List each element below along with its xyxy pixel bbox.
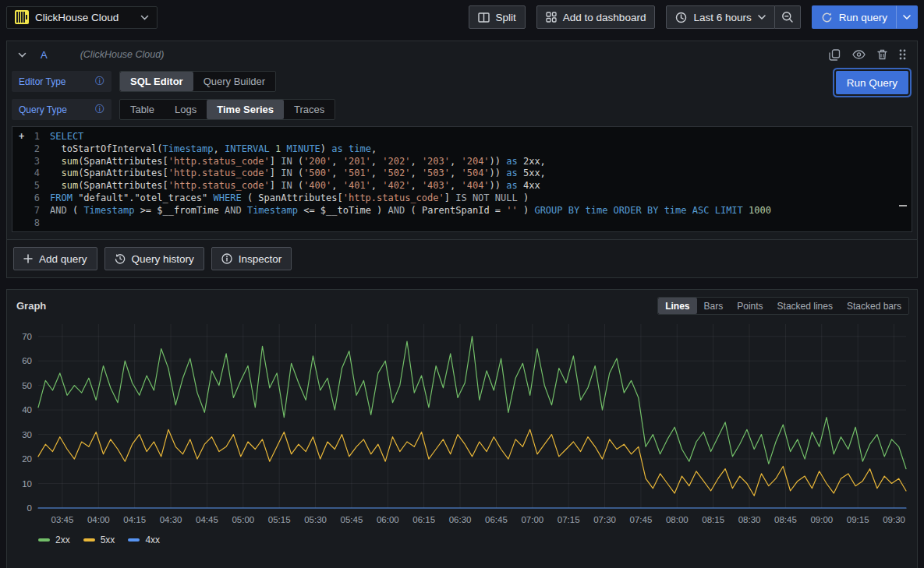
query-type-label: Query Type [19,104,67,115]
line-number: 6 [30,192,50,205]
graph-style-radio-group: LinesBarsPointsStacked linesStacked bars [657,297,909,315]
add-query-label: Add query [39,253,87,265]
svg-text:08:30: 08:30 [738,515,761,524]
query-datasource-hint: (ClickHouse Cloud) [80,49,165,60]
code-line: 7AND ( Timestamp >= $__fromTime AND Time… [12,205,912,217]
add-line-icon[interactable]: + [12,131,30,143]
svg-text:07:15: 07:15 [558,515,580,524]
option-traces[interactable]: Traces [284,100,335,119]
plus-icon [23,254,33,263]
svg-text:08:00: 08:00 [666,515,689,524]
option-logs[interactable]: Logs [165,100,207,119]
line-number: 1 [30,131,50,143]
option-query-builder[interactable]: Query Builder [193,72,275,91]
legend-item-4xx[interactable]: 4xx [128,534,160,545]
svg-text:06:30: 06:30 [449,515,472,524]
code-line: 4 sum(SpanAttributes['http.status_code']… [12,168,912,180]
legend-swatch [38,538,50,542]
svg-text:40: 40 [22,405,32,415]
legend-label: 5xx [101,534,115,545]
line-number: 3 [30,156,50,168]
apps-grid-icon [546,12,557,23]
refresh-icon [821,12,833,23]
code-line: 3 sum(SpanAttributes['http.status_code']… [12,156,912,168]
graph-body: 01020304050607003:4504:0004:1504:3004:45… [7,316,917,545]
inspector-label: Inspector [239,253,282,265]
add-to-dashboard-label: Add to dashboard [563,12,646,23]
inspector-button[interactable]: Inspector [211,247,292,270]
query-ref-id[interactable]: A [41,49,48,61]
code-line: 5 sum(SpanAttributes['http.status_code']… [12,180,912,192]
svg-text:04:30: 04:30 [160,515,182,524]
query-history-label: Query history [132,253,194,265]
zoom-out-button[interactable] [775,5,801,29]
svg-text:06:00: 06:00 [377,515,399,524]
query-row-header: A (ClickHouse Cloud) [7,41,917,68]
svg-text:07:30: 07:30 [593,515,616,524]
option-bars[interactable]: Bars [697,298,731,314]
editor-type-label: Editor Type [19,76,65,87]
chevron-down-icon [903,15,911,19]
duplicate-query-icon[interactable] [829,49,841,61]
svg-text:07:45: 07:45 [630,515,653,524]
svg-text:09:30: 09:30 [883,515,905,524]
legend-item-2xx[interactable]: 2xx [38,534,70,545]
option-sql-editor[interactable]: SQL Editor [120,72,193,91]
option-table[interactable]: Table [120,100,165,119]
delete-query-trash-icon[interactable] [877,49,887,60]
info-icon[interactable]: ⓘ [95,75,104,88]
svg-text:10: 10 [22,479,32,489]
run-query-dropdown-button[interactable] [897,5,918,29]
code-line: 2 toStartOfInterval(Timestamp, INTERVAL … [12,143,912,156]
legend-item-5xx[interactable]: 5xx [83,534,115,545]
svg-text:05:00: 05:00 [232,515,254,524]
svg-text:50: 50 [22,381,32,390]
svg-text:30: 30 [22,430,32,439]
time-range-button[interactable]: Last 6 hours [666,5,774,29]
svg-text:05:30: 05:30 [304,515,327,524]
collapse-chevron-icon[interactable] [18,52,27,58]
drag-handle-icon[interactable] [899,49,906,60]
add-to-dashboard-button[interactable]: Add to dashboard [536,5,656,29]
editor-type-radio-group: SQL EditorQuery Builder [119,71,276,92]
query-editor-panel: A (ClickHouse Cloud) Editor Type ⓘ SQL E… [6,41,918,240]
svg-text:05:15: 05:15 [268,515,291,524]
graph-panel-title: Graph [16,300,46,312]
option-lines[interactable]: Lines [658,298,696,314]
time-series-chart[interactable]: 01020304050607003:4504:0004:1504:3004:45… [12,318,909,530]
split-button[interactable]: Split [469,5,526,29]
option-stacked-lines[interactable]: Stacked lines [770,298,840,314]
legend-swatch [83,538,95,542]
legend-label: 2xx [55,534,70,545]
chevron-down-icon [758,15,766,19]
hide-query-eye-icon[interactable] [852,50,866,59]
graph-panel: Graph LinesBarsPointsStacked linesStacke… [6,289,918,568]
info-circle-icon [221,253,232,264]
svg-text:20: 20 [22,454,32,464]
clickhouse-logo-icon [15,10,29,24]
svg-text:09:15: 09:15 [847,515,869,524]
chart-legend: 2xx5xx4xx [38,534,912,545]
info-icon[interactable]: ⓘ [95,103,104,116]
code-line: 6FROM "default"."otel_traces" WHERE ( Sp… [12,192,912,205]
svg-text:08:15: 08:15 [702,515,724,524]
option-stacked-bars[interactable]: Stacked bars [840,298,908,314]
svg-text:70: 70 [22,332,32,341]
svg-text:0: 0 [27,503,32,513]
datasource-picker[interactable]: ClickHouse Cloud [6,6,158,29]
run-query-button[interactable]: Run query [812,5,897,29]
option-time-series[interactable]: Time Series [207,100,284,119]
legend-label: 4xx [145,534,160,545]
sql-code-editor[interactable]: +1SELECT2 toStartOfInterval(Timestamp, I… [12,126,912,232]
query-history-button[interactable]: Query history [104,247,204,270]
add-query-button[interactable]: Add query [13,247,97,270]
option-points[interactable]: Points [730,298,770,314]
graph-panel-header: Graph LinesBarsPointsStacked linesStacke… [7,290,917,316]
svg-text:09:00: 09:00 [810,515,833,524]
run-query-label: Run query [839,12,887,23]
chevron-down-icon [140,15,149,20]
time-picker-group: Last 6 hours [666,5,800,29]
svg-text:05:45: 05:45 [341,515,363,524]
svg-text:06:45: 06:45 [485,515,508,524]
run-query-inline-button[interactable]: Run Query [836,71,908,94]
